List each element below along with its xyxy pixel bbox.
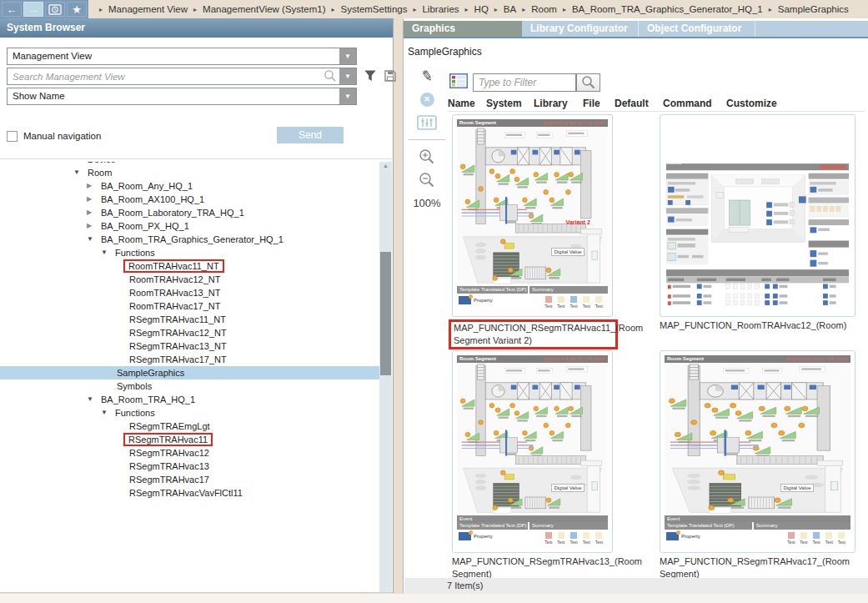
tree-item[interactable]: SampleGraphics <box>0 366 379 379</box>
tree-item[interactable]: Functions <box>0 246 379 259</box>
view-mode-button[interactable] <box>449 73 468 92</box>
column-header[interactable]: System <box>486 95 534 111</box>
close-icon: ✕ <box>420 93 434 107</box>
chevron-down-icon[interactable]: ▼ <box>339 48 356 64</box>
tab[interactable]: Graphics <box>404 21 522 37</box>
tab[interactable]: Library Configurator <box>522 21 639 37</box>
tree-item[interactable]: BA_Room_AX100_HQ_1 <box>0 193 379 206</box>
tree-item[interactable]: RSegmTRAHvac13_NT <box>0 339 379 353</box>
tree-item[interactable]: BA_Room_Any_HQ_1 <box>0 179 379 193</box>
tree-item[interactable]: RSegmTRAEmgLgt <box>0 420 379 433</box>
forward-button[interactable]: → <box>23 2 43 17</box>
tree-item[interactable]: RSegmTRAHvac13 <box>0 460 379 473</box>
settings-sliders-button[interactable] <box>407 111 447 134</box>
graphic-caption[interactable]: MAP_FUNCTION_RSegmTRAHvac17_(Room Segmen… <box>660 555 828 580</box>
expander-icon[interactable] <box>87 219 98 233</box>
status-icon <box>570 296 577 303</box>
breadcrumb-item[interactable]: ▸Management View <box>93 4 188 14</box>
graphic-thumbnail[interactable]: Room Segment segment is set to "not used… <box>660 350 855 553</box>
tab[interactable]: Object Configurator <box>639 21 755 37</box>
tree-item[interactable]: BA_Room_PX_HQ_1 <box>0 219 379 233</box>
tree-item[interactable]: RoomTRAHvac12_NT <box>0 273 379 286</box>
column-header[interactable]: Command <box>663 95 726 111</box>
expander-icon[interactable] <box>87 179 98 193</box>
expander-icon[interactable] <box>101 246 113 259</box>
breadcrumb-item[interactable]: ▸BA <box>489 4 516 14</box>
zoom-in-button[interactable] <box>407 145 447 168</box>
expander-icon[interactable] <box>87 393 98 406</box>
column-header[interactable]: File <box>583 95 615 111</box>
chevron-down-icon[interactable]: ▼ <box>339 88 356 104</box>
page-title: SampleGraphics <box>408 46 482 58</box>
graphic-caption[interactable]: MAP_FUNCTION_RSegmTRAHvac11_(Room Segmen… <box>449 319 618 349</box>
sliders-icon <box>417 115 437 130</box>
tree-item[interactable]: RSegmTRAHvac11 <box>0 433 379 446</box>
breadcrumb-item[interactable]: ▸SampleGraphics <box>763 4 849 14</box>
cancel-button[interactable]: ✕ <box>407 88 447 111</box>
breadcrumb-item[interactable]: ▸Room <box>516 4 557 14</box>
graphic-caption[interactable]: MAP_FUNCTION_RoomTRAHvac12_(Room) <box>660 319 855 332</box>
thumbnail-footer: Template Translated Text (DP)Summary Pro… <box>457 286 608 312</box>
display-mode-selector[interactable]: Show Name ▼ <box>7 88 357 105</box>
tree-item[interactable]: Room <box>0 166 379 179</box>
tree-item[interactable]: RSegmTRAHvac12_NT <box>0 326 379 339</box>
favorites-button[interactable]: ★ <box>67 2 87 17</box>
tree-item[interactable]: RoomTRAHvac17_NT <box>0 299 379 313</box>
expander-icon[interactable] <box>87 193 98 206</box>
filter-input[interactable] <box>473 73 576 92</box>
thumbnail-footer: Template Translated Text (DP)Summary Pro… <box>457 522 608 548</box>
column-header[interactable]: Default <box>615 95 663 111</box>
expander-icon[interactable] <box>87 233 98 246</box>
tree-item[interactable]: Functions <box>0 406 379 420</box>
graphics-panel: Graphics Library Configurator Object Con… <box>403 18 868 594</box>
tree-item[interactable]: BA_Room_TRA_Graphics_Generator_HQ_1 <box>0 233 379 246</box>
column-header[interactable]: Library <box>534 95 583 111</box>
breadcrumb-item[interactable]: ▸Libraries <box>407 4 459 14</box>
breadcrumb-separator-icon: ▸ <box>563 6 566 13</box>
filter-icon[interactable] <box>364 69 377 86</box>
view-selector[interactable]: Management View ▼ <box>7 48 357 65</box>
tree-item[interactable]: RSegmTRAHvac11_NT <box>0 313 379 326</box>
search-chevron-down-icon[interactable]: ▼ <box>339 68 356 84</box>
tree-item[interactable]: RoomTRAHvac13_NT <box>0 286 379 299</box>
breadcrumb-item[interactable]: ▸HQ <box>459 4 489 14</box>
star-icon: ★ <box>72 3 82 16</box>
alert-text: segment is set to "not used" <box>786 355 848 363</box>
graphic-caption[interactable]: MAP_FUNCTION_RSegmTRAHvac13_(Room Segmen… <box>452 555 620 580</box>
back-button[interactable]: ← <box>2 2 22 17</box>
breadcrumb-separator-icon: ▸ <box>465 6 469 13</box>
tree-item[interactable]: Symbols <box>0 379 379 393</box>
digital-value-label: Digital Value <box>551 484 584 492</box>
save-icon[interactable] <box>384 69 397 86</box>
tree-item[interactable]: BA_Room_TRA_HQ_1 <box>0 393 379 406</box>
tree-item[interactable]: RSegmTRAHvac17 <box>0 473 379 486</box>
search-input[interactable] <box>7 68 357 85</box>
manual-navigation-checkbox[interactable] <box>7 131 18 142</box>
breadcrumb-item[interactable]: ▸SystemSettings <box>326 4 408 14</box>
column-header[interactable]: Customize <box>726 95 801 111</box>
edit-button[interactable]: ✎ <box>407 64 447 88</box>
status-icon <box>595 532 602 539</box>
history-button[interactable] <box>45 2 65 17</box>
tree-item[interactable]: RSegmTRAHvac12 <box>0 446 379 460</box>
graphic-thumbnail[interactable]: Room <box>660 114 855 317</box>
expander-icon[interactable] <box>101 406 113 420</box>
graphic-thumbnail[interactable]: Room Segment segment is set to "not used… <box>452 114 613 317</box>
tree-item[interactable]: RoomTRAHvac11_NT <box>0 259 379 273</box>
tree-scrollbar[interactable]: ▲ <box>379 162 392 603</box>
expander-icon[interactable] <box>73 166 85 179</box>
tree-item[interactable]: RSegmTRAHvacVavFlCtl11 <box>0 486 379 500</box>
breadcrumb-item[interactable]: ▸ManagementView (System1) <box>188 4 325 14</box>
scroll-up-icon[interactable]: ▲ <box>379 163 392 168</box>
graphic-thumbnail[interactable]: Room Segment segment is set to "not used… <box>452 350 613 553</box>
tree-item[interactable]: RSegmTRAHvac17_NT <box>0 353 379 366</box>
expander-icon[interactable] <box>87 206 98 219</box>
send-button[interactable]: Send <box>277 127 344 143</box>
tree-item[interactable]: BA_Room_Laboratory_TRA_HQ_1 <box>0 206 379 219</box>
filter-search-button[interactable] <box>576 73 600 92</box>
column-header[interactable]: Name <box>448 95 486 111</box>
breadcrumb-item[interactable]: ▸BA_Room_TRA_Graphics_Generator_HQ_1 <box>557 4 763 14</box>
zoom-out-button[interactable] <box>407 168 447 192</box>
window-bottom-strip <box>0 594 868 603</box>
scrollbar-thumb[interactable] <box>380 252 391 375</box>
